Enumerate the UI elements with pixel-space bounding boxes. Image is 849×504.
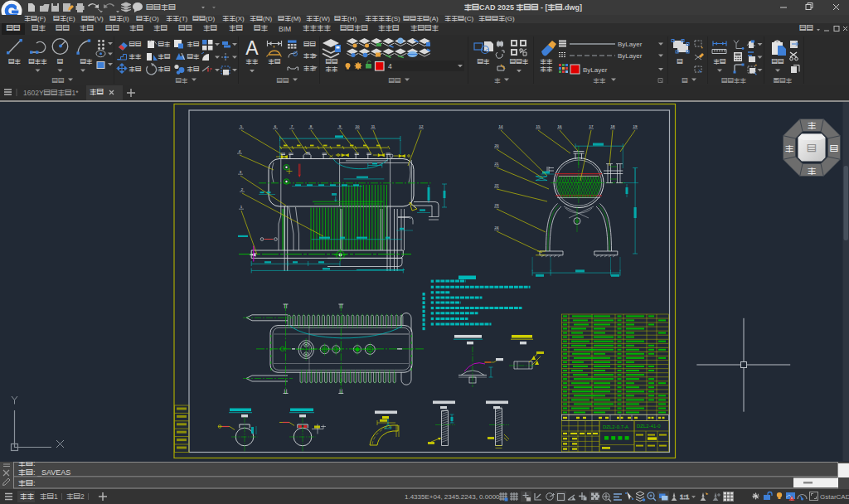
svg-text:南: 南 xyxy=(808,167,817,175)
svg-text:18: 18 xyxy=(611,124,615,128)
svg-text:1.4335E+04, 2345.2243, 0.0000: 1.4335E+04, 2345.2243, 0.0000 xyxy=(405,493,500,501)
svg-text:上: 上 xyxy=(807,143,817,153)
svg-text:3: 3 xyxy=(240,170,242,174)
svg-text:15: 15 xyxy=(536,124,541,128)
svg-text:东: 东 xyxy=(830,144,839,153)
svg-text:DZL2-41-0: DZL2-41-0 xyxy=(637,424,661,429)
svg-text:19: 19 xyxy=(633,124,638,128)
svg-text:5: 5 xyxy=(240,124,243,128)
svg-text:命令:: 命令: xyxy=(18,479,36,487)
svg-text:20: 20 xyxy=(495,143,499,148)
svg-text:16: 16 xyxy=(558,124,562,128)
svg-text:23: 23 xyxy=(495,203,499,207)
svg-text:22: 22 xyxy=(495,183,499,187)
svg-text:10: 10 xyxy=(356,124,360,128)
svg-text:9: 9 xyxy=(339,124,342,128)
svg-text:11: 11 xyxy=(371,124,376,128)
svg-text:8: 8 xyxy=(310,124,313,128)
svg-text:GstarCAD: GstarCAD xyxy=(820,493,849,501)
svg-text:DZL2-0.7-A: DZL2-0.7-A xyxy=(603,424,628,429)
svg-text:21: 21 xyxy=(495,162,499,166)
svg-text:1: 1 xyxy=(240,205,243,209)
svg-text:西: 西 xyxy=(785,144,794,153)
svg-text:布局2: 布局2 xyxy=(66,493,85,500)
svg-text:4: 4 xyxy=(239,149,241,153)
svg-text:14: 14 xyxy=(499,124,503,128)
svg-text:24: 24 xyxy=(495,225,499,230)
svg-text:2: 2 xyxy=(241,187,244,191)
svg-text:6: 6 xyxy=(274,124,277,128)
svg-text:模型: 模型 xyxy=(20,493,35,500)
svg-text:命令:: 命令: xyxy=(18,462,36,467)
svg-text:北: 北 xyxy=(808,121,817,129)
svg-text:命令: _SAVEAS: 命令: _SAVEAS xyxy=(18,468,70,477)
svg-text:1:1: 1:1 xyxy=(680,493,690,501)
svg-text:7: 7 xyxy=(291,124,294,128)
svg-text:布局1: 布局1 xyxy=(40,493,58,500)
svg-text:12: 12 xyxy=(420,124,424,128)
svg-text:17: 17 xyxy=(589,124,594,128)
